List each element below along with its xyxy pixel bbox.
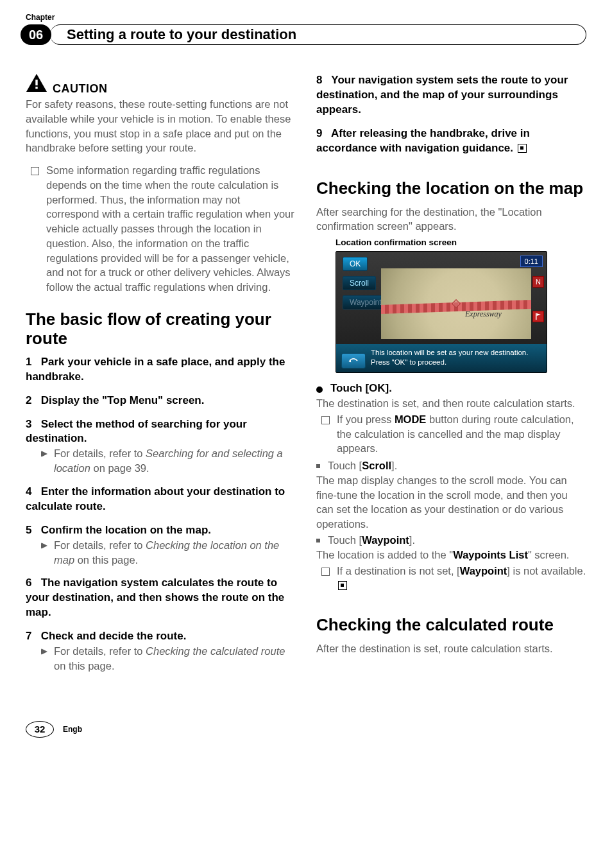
section-check-route-title: Checking the calculated route: [316, 616, 586, 635]
bullet-icon: [316, 386, 323, 393]
tw-suf: ].: [409, 534, 415, 546]
wp-note-suf: ] is not available.: [507, 565, 586, 577]
step-4: 4 Enter the information about your desti…: [26, 485, 296, 514]
chapter-number-badge: 06: [21, 24, 51, 45]
step-3: 3 Select the method of searching for you…: [26, 417, 296, 476]
svg-rect-0: [35, 80, 37, 85]
right-column: 8 Your navigation system sets the route …: [316, 73, 586, 682]
step-7-sub-pre: For details, refer to: [54, 645, 146, 657]
mode-note-bold: MODE: [395, 413, 427, 425]
step-5-sub: For details, refer to Checking the locat…: [41, 538, 296, 568]
ss-north-icon: N: [532, 276, 544, 288]
step-5-sub-pre: For details, refer to: [54, 539, 146, 551]
svg-rect-2: [536, 313, 537, 320]
step-4-n: 4: [26, 485, 31, 498]
chapter-title: Setting a route to your destination: [67, 26, 296, 43]
scroll-body: The map display changes to the scroll mo…: [316, 473, 586, 532]
step-6-head: The navigation system calculates the rou…: [26, 577, 284, 618]
section-basic-flow-title: The basic flow of creating your route: [26, 310, 296, 349]
step-7-sub: For details, refer to Checking the calcu…: [41, 644, 296, 673]
ss-timer: 0:11: [520, 256, 543, 267]
ss-back-button: [341, 353, 366, 369]
step-2: 2 Display the "Top Menu" screen.: [26, 394, 296, 408]
step-9-head: After releasing the handbrake, drive in …: [316, 127, 530, 154]
step-4-head: Enter the information about your destina…: [26, 485, 285, 512]
ss-flag-icon: [532, 311, 544, 322]
left-column: CAUTION For safety reasons, these route-…: [26, 73, 296, 682]
ss-footer-line2: Press "OK" to proceed.: [371, 358, 541, 367]
touch-ok-label: Touch [OK].: [330, 382, 392, 395]
waypoint-body: The location is added to the "Waypoints …: [316, 548, 586, 562]
step-1-n: 1: [26, 356, 31, 368]
caution-heading: CAUTION: [26, 73, 296, 96]
check-location-intro: After searching for the destination, the…: [316, 205, 586, 234]
step-7-sub-suf: on this page.: [54, 660, 115, 672]
step-1-head: Park your vehicle in a safe place, and a…: [26, 356, 285, 383]
mode-note-pre: If you press: [337, 413, 395, 425]
step-3-head: Select the method of searching for your …: [26, 418, 247, 445]
chapter-header: 06 Setting a route to your destination: [26, 24, 586, 45]
tw-pre: Touch [: [328, 534, 362, 546]
ss-road-label: Expressway: [465, 309, 502, 319]
step-5: 5 Confirm the location on the map. For d…: [26, 523, 296, 567]
wp-body-suf: " screen.: [528, 549, 570, 560]
svg-rect-1: [35, 87, 37, 89]
step-8: 8 Your navigation system sets the route …: [316, 73, 586, 117]
caution-note: Some information regarding traffic regul…: [26, 163, 296, 295]
step-6: 6 The navigation system calculates the r…: [26, 576, 296, 620]
tw-bold: Waypoint: [362, 534, 409, 546]
step-3-n: 3: [26, 418, 31, 430]
step-5-head: Confirm the location on the map.: [41, 524, 211, 536]
step-2-head: Display the "Top Menu" screen.: [41, 394, 205, 406]
step-9-n: 9: [316, 127, 322, 139]
step-7-sub-ital: Checking the calculated route: [146, 645, 285, 657]
waypoint-note: If a destination is not set, [Waypoint] …: [316, 564, 586, 593]
ss-ok-button: OK: [343, 257, 368, 271]
wp-body-bold: Waypoints List: [453, 549, 528, 560]
ts-bold: Scroll: [362, 460, 391, 471]
ss-footer-line1: This location will be set as your new de…: [371, 348, 541, 358]
step-7-head: Check and decide the route.: [41, 630, 187, 642]
touch-ok-row: Touch [OK].: [316, 382, 586, 395]
step-8-head: Your navigation system sets the route to…: [316, 74, 568, 116]
ss-scroll-button: Scroll: [343, 276, 376, 290]
ss-map-area: Expressway: [381, 268, 531, 339]
step-3-sub: For details, refer to Searching for and …: [41, 446, 296, 476]
step-1: 1 Park your vehicle in a safe place, and…: [26, 355, 296, 385]
step-7-n: 7: [26, 630, 31, 642]
wp-note-pre: If a destination is not set, [: [337, 565, 460, 577]
touch-ok-body: The destination is set, and then route c…: [316, 396, 586, 411]
chapter-title-container: Setting a route to your destination: [50, 24, 586, 45]
section-check-location-title: Checking the location on the map: [316, 179, 586, 198]
step-8-n: 8: [316, 74, 322, 86]
step-3-sub-pre: For details, refer to: [54, 447, 146, 459]
step-3-sub-suf: on page 39.: [90, 462, 149, 474]
wp-note-bold: Waypoint: [460, 565, 507, 577]
step-2-n: 2: [26, 394, 31, 406]
step-9: 9 After releasing the handbrake, drive i…: [316, 126, 586, 156]
step-6-n: 6: [26, 577, 31, 589]
touch-scroll: Touch [Scroll].: [316, 458, 586, 473]
step-5-n: 5: [26, 524, 31, 536]
caution-body: For safety reasons, these route-setting …: [26, 97, 296, 155]
step-7: 7 Check and decide the route. For detail…: [26, 629, 296, 673]
end-mark-icon: [518, 144, 527, 153]
caution-label: CAUTION: [53, 82, 108, 96]
location-confirmation-screenshot: OK Scroll Waypoint 0:11 N Expressway Thi…: [336, 251, 547, 373]
ss-footer: This location will be set as your new de…: [336, 344, 547, 372]
end-mark-icon-2: [338, 581, 347, 590]
ts-suf: ].: [391, 460, 397, 471]
page-number: 32: [26, 721, 54, 738]
figure-caption: Location confirmation screen: [336, 238, 586, 247]
mode-note: If you press MODE button during route ca…: [316, 412, 586, 456]
step-5-sub-suf: on this page.: [74, 554, 138, 566]
warning-icon: [26, 73, 47, 96]
wp-body-pre: The location is added to the ": [316, 549, 453, 560]
chapter-label: Chapter: [26, 13, 586, 22]
check-route-intro: After the destination is set, route calc…: [316, 641, 586, 656]
ts-pre: Touch [: [328, 460, 362, 471]
page-footer: 32 Engb: [26, 721, 586, 738]
language-code: Engb: [63, 725, 82, 734]
touch-waypoint: Touch [Waypoint].: [316, 533, 586, 548]
